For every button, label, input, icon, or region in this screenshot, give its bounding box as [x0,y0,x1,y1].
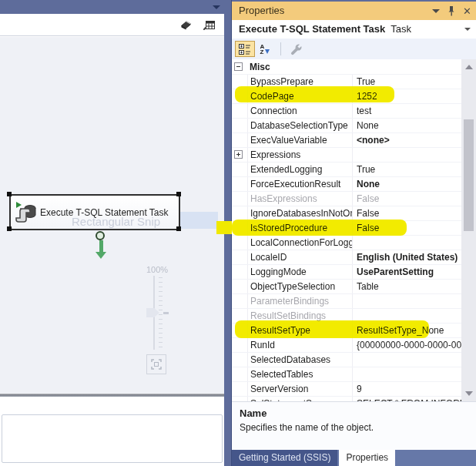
property-name: ResultSetType [248,324,353,337]
tab-getting-started[interactable]: Getting Started (SSIS) [232,450,337,466]
row-margin [232,309,248,323]
property-value: False [353,206,462,220]
close-icon[interactable]: ✕ [463,6,471,16]
precedence-arrow[interactable] [99,240,103,252]
chevron-down-icon[interactable] [213,5,220,9]
property-value [353,309,462,323]
property-name: HasExpressions [248,192,353,206]
chevron-down-icon [464,28,471,31]
property-value: {00000000-0000-0000-0000 [353,338,462,352]
property-row[interactable]: ResultSetBindings [232,309,462,324]
row-margin [232,104,248,118]
property-value: ResultSetType_None [353,324,462,337]
property-row[interactable]: Connectiontest [232,104,462,119]
property-row[interactable]: ResultSetTypeResultSetType_None [232,324,462,338]
property-value: False [353,221,462,235]
toolbar-separator [280,42,281,55]
tool-window-tabs: Getting Started (SSIS) Properties [232,450,476,466]
property-name: SelectedTables [248,367,353,381]
property-value: True [353,163,462,176]
property-grid[interactable]: MiscBypassPrepareTrueCodePage1252Connect… [232,59,476,401]
property-row[interactable]: IsStoredProcedureFalse [232,221,462,236]
property-row[interactable]: SqlStatementSourceSELECT * FROM INFORMAT [232,397,462,401]
property-row[interactable]: ExtendedLoggingTrue [232,163,462,177]
property-name: LocaleID [248,250,353,264]
property-name: ExecValueVariable [248,133,353,147]
grid-edit-icon[interactable] [201,18,216,32]
property-name: IgnoreDatabasesInNotOn [248,206,353,220]
property-name: BypassPrepare [248,75,353,89]
property-row[interactable]: LocaleIDEnglish (United States) [232,250,462,265]
alphabetical-button[interactable]: AZ [255,41,275,57]
document-tab-strip [0,0,224,14]
properties-title-bar[interactable]: Properties ✕ [232,0,476,20]
grid-scrollbar[interactable] [461,59,476,401]
row-margin [232,397,248,401]
property-row[interactable]: SelectedDatabases [232,353,462,367]
property-name: Connection [248,104,353,118]
property-row[interactable]: SelectedTables [232,367,462,382]
property-row[interactable]: ParameterBindings [232,294,462,309]
window-dropdown-icon[interactable] [432,9,440,13]
property-pages-button[interactable] [287,41,307,57]
scroll-down-icon[interactable] [465,391,473,396]
property-value: English (United States) [353,250,462,264]
property-name: SqlStatementSource [248,397,353,401]
row-margin [232,236,248,250]
property-row[interactable]: BypassPrepareTrue [232,75,462,89]
property-row[interactable]: LocalConnectionForLogg [232,236,462,250]
property-row[interactable]: ExecValueVariable<none> [232,133,462,148]
property-name: ExtendedLogging [248,163,353,176]
snip-overlay-label: Rectangular Snip [72,215,160,228]
tab-properties[interactable]: Properties [339,450,395,466]
category-row[interactable]: Misc [232,60,462,75]
row-margin [232,280,248,293]
zoom-fit-icon [151,359,162,370]
property-name: Expressions [248,148,353,162]
control-flow-canvas[interactable]: Rectangular Snip Execute T-SQL Statement… [0,37,224,394]
zoom-fit-button[interactable] [146,354,166,374]
precedence-connector-dot[interactable] [96,231,105,240]
pin-icon[interactable] [448,5,455,16]
property-value: 9 [353,382,462,396]
object-selector[interactable]: Execute T-SQL Statement TaskTask [232,20,476,39]
property-row[interactable]: ObjectTypeSelectionTable [232,280,462,294]
row-margin [232,221,248,235]
property-value [353,294,462,308]
property-row[interactable]: LoggingModeUseParentSetting [232,265,462,280]
selection-handle[interactable] [7,192,12,196]
description-text: Specifies the name of the object. [240,422,468,433]
property-value: SELECT * FROM INFORMAT [353,397,462,401]
property-row[interactable]: ForceExecutionResultNone [232,177,462,192]
property-row[interactable]: RunId{00000000-0000-0000-0000 [232,338,462,353]
precedence-arrow-head [96,252,106,259]
scrollbar-thumb[interactable] [464,119,474,231]
expand-plus-icon[interactable] [234,150,243,159]
property-name: ForceExecutionResult [248,177,353,191]
horizontal-splitter[interactable] [0,394,224,397]
property-row[interactable]: HasExpressionsFalse [232,192,462,206]
property-name: ObjectTypeSelection [248,280,353,293]
category-label: Misc [247,60,270,74]
selection-handle[interactable] [176,192,181,196]
row-margin [232,75,248,89]
property-row[interactable]: DatabaseSelectionTypeNone [232,119,462,133]
ssis-designer-window: Rectangular Snip Execute T-SQL Statement… [0,0,476,466]
property-value [353,353,462,367]
zoom-slider-thumb[interactable] [146,308,159,317]
eraser-icon[interactable] [178,18,193,32]
property-value: None [353,177,462,191]
property-row[interactable]: CodePage1252 [232,89,462,104]
properties-panel: Properties ✕ Execute T-SQL Statement Tas… [231,0,476,466]
property-row[interactable]: ServerVersion9 [232,382,462,397]
connection-managers-tray[interactable] [2,414,223,463]
properties-title: Properties [239,5,284,16]
designer-area: Rectangular Snip Execute T-SQL Statement… [0,0,224,466]
selection-handle[interactable] [7,226,12,231]
categorized-button[interactable] [235,41,255,57]
property-row[interactable]: Expressions [232,148,462,163]
selection-handle[interactable] [176,226,181,231]
property-row[interactable]: IgnoreDatabasesInNotOnFalse [232,206,462,221]
collapse-minus-icon[interactable] [234,62,243,71]
scroll-up-icon[interactable] [465,65,473,69]
